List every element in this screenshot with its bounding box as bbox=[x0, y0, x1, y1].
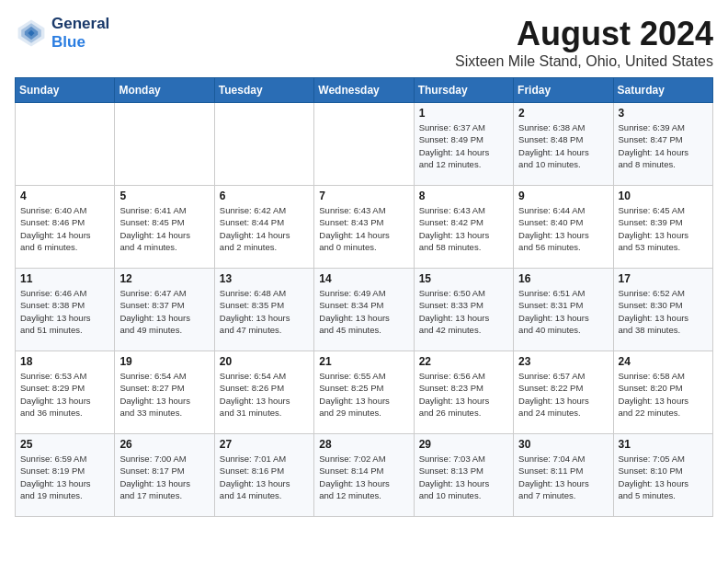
day-info: Sunrise: 6:55 AM Sunset: 8:25 PM Dayligh… bbox=[319, 370, 408, 419]
day-info: Sunrise: 6:49 AM Sunset: 8:34 PM Dayligh… bbox=[319, 287, 408, 336]
calendar-cell: 22Sunrise: 6:56 AM Sunset: 8:23 PM Dayli… bbox=[414, 351, 513, 434]
day-info: Sunrise: 6:40 AM Sunset: 8:46 PM Dayligh… bbox=[20, 204, 109, 253]
calendar-cell: 17Sunrise: 6:52 AM Sunset: 8:30 PM Dayli… bbox=[613, 269, 712, 351]
calendar-cell: 23Sunrise: 6:57 AM Sunset: 8:22 PM Dayli… bbox=[514, 351, 613, 434]
day-info: Sunrise: 6:37 AM Sunset: 8:49 PM Dayligh… bbox=[419, 121, 508, 170]
day-info: Sunrise: 6:46 AM Sunset: 8:38 PM Dayligh… bbox=[20, 287, 109, 336]
calendar-header: SundayMondayTuesdayWednesdayThursdayFrid… bbox=[16, 78, 713, 103]
day-number: 20 bbox=[220, 355, 309, 368]
day-number: 6 bbox=[220, 190, 309, 202]
day-number: 11 bbox=[20, 272, 109, 285]
day-info: Sunrise: 7:00 AM Sunset: 8:17 PM Dayligh… bbox=[119, 453, 209, 501]
day-info: Sunrise: 6:53 AM Sunset: 8:29 PM Dayligh… bbox=[20, 370, 109, 419]
calendar-cell: 7Sunrise: 6:43 AM Sunset: 8:43 PM Daylig… bbox=[314, 186, 414, 269]
month-title: August 2024 bbox=[455, 15, 713, 53]
calendar-cell: 15Sunrise: 6:50 AM Sunset: 8:33 PM Dayli… bbox=[414, 269, 513, 351]
calendar-cell: 19Sunrise: 6:54 AM Sunset: 8:27 PM Dayli… bbox=[115, 351, 214, 434]
calendar-cell: 8Sunrise: 6:43 AM Sunset: 8:42 PM Daylig… bbox=[414, 186, 513, 269]
weekday-header-sunday: Sunday bbox=[16, 78, 115, 103]
title-block: August 2024 Sixteen Mile Stand, Ohio, Un… bbox=[455, 15, 713, 70]
day-info: Sunrise: 6:56 AM Sunset: 8:23 PM Dayligh… bbox=[419, 370, 508, 419]
calendar-cell bbox=[214, 103, 313, 186]
day-info: Sunrise: 6:43 AM Sunset: 8:42 PM Dayligh… bbox=[419, 204, 508, 253]
calendar-cell: 1Sunrise: 6:37 AM Sunset: 8:49 PM Daylig… bbox=[414, 103, 513, 186]
day-info: Sunrise: 6:48 AM Sunset: 8:35 PM Dayligh… bbox=[220, 287, 309, 336]
calendar-cell: 14Sunrise: 6:49 AM Sunset: 8:34 PM Dayli… bbox=[314, 269, 414, 351]
day-number: 24 bbox=[619, 355, 708, 368]
day-number: 29 bbox=[419, 438, 508, 451]
day-number: 19 bbox=[119, 355, 209, 368]
day-number: 12 bbox=[119, 272, 209, 285]
calendar-cell: 20Sunrise: 6:54 AM Sunset: 8:26 PM Dayli… bbox=[214, 351, 313, 434]
logo-icon bbox=[15, 17, 48, 50]
logo: General Blue bbox=[15, 15, 109, 51]
day-info: Sunrise: 6:44 AM Sunset: 8:40 PM Dayligh… bbox=[518, 204, 608, 253]
day-info: Sunrise: 6:50 AM Sunset: 8:33 PM Dayligh… bbox=[419, 287, 508, 336]
calendar-cell: 18Sunrise: 6:53 AM Sunset: 8:29 PM Dayli… bbox=[16, 351, 115, 434]
calendar-table: SundayMondayTuesdayWednesdayThursdayFrid… bbox=[15, 77, 713, 517]
day-number: 14 bbox=[319, 272, 408, 285]
weekday-header-thursday: Thursday bbox=[414, 78, 513, 103]
day-info: Sunrise: 6:38 AM Sunset: 8:48 PM Dayligh… bbox=[518, 121, 608, 170]
day-info: Sunrise: 6:54 AM Sunset: 8:27 PM Dayligh… bbox=[119, 370, 209, 419]
calendar-cell: 29Sunrise: 7:03 AM Sunset: 8:13 PM Dayli… bbox=[414, 434, 513, 517]
calendar-week-4: 18Sunrise: 6:53 AM Sunset: 8:29 PM Dayli… bbox=[16, 351, 713, 434]
calendar-cell: 12Sunrise: 6:47 AM Sunset: 8:37 PM Dayli… bbox=[115, 269, 214, 351]
calendar-cell: 31Sunrise: 7:05 AM Sunset: 8:10 PM Dayli… bbox=[613, 434, 712, 517]
calendar-cell: 30Sunrise: 7:04 AM Sunset: 8:11 PM Dayli… bbox=[514, 434, 613, 517]
calendar-cell: 3Sunrise: 6:39 AM Sunset: 8:47 PM Daylig… bbox=[613, 103, 712, 186]
day-info: Sunrise: 6:47 AM Sunset: 8:37 PM Dayligh… bbox=[119, 287, 209, 336]
day-number: 15 bbox=[419, 272, 508, 285]
day-info: Sunrise: 6:39 AM Sunset: 8:47 PM Dayligh… bbox=[619, 121, 708, 170]
calendar-cell bbox=[115, 103, 214, 186]
day-number: 31 bbox=[619, 438, 708, 451]
weekday-header-tuesday: Tuesday bbox=[214, 78, 313, 103]
day-number: 23 bbox=[518, 355, 608, 368]
calendar-cell: 2Sunrise: 6:38 AM Sunset: 8:48 PM Daylig… bbox=[514, 103, 613, 186]
day-info: Sunrise: 6:59 AM Sunset: 8:19 PM Dayligh… bbox=[20, 453, 109, 501]
weekday-header-wednesday: Wednesday bbox=[314, 78, 414, 103]
calendar-cell bbox=[314, 103, 414, 186]
calendar-cell: 25Sunrise: 6:59 AM Sunset: 8:19 PM Dayli… bbox=[16, 434, 115, 517]
day-info: Sunrise: 7:04 AM Sunset: 8:11 PM Dayligh… bbox=[518, 453, 608, 501]
day-number: 5 bbox=[119, 190, 209, 202]
day-info: Sunrise: 6:58 AM Sunset: 8:20 PM Dayligh… bbox=[619, 370, 708, 419]
day-info: Sunrise: 6:54 AM Sunset: 8:26 PM Dayligh… bbox=[220, 370, 309, 419]
calendar-cell: 24Sunrise: 6:58 AM Sunset: 8:20 PM Dayli… bbox=[613, 351, 712, 434]
day-info: Sunrise: 6:57 AM Sunset: 8:22 PM Dayligh… bbox=[518, 370, 608, 419]
calendar-body: 1Sunrise: 6:37 AM Sunset: 8:49 PM Daylig… bbox=[16, 103, 713, 517]
calendar-week-2: 4Sunrise: 6:40 AM Sunset: 8:46 PM Daylig… bbox=[16, 186, 713, 269]
calendar-cell: 4Sunrise: 6:40 AM Sunset: 8:46 PM Daylig… bbox=[16, 186, 115, 269]
day-number: 4 bbox=[20, 190, 109, 202]
calendar-cell: 26Sunrise: 7:00 AM Sunset: 8:17 PM Dayli… bbox=[115, 434, 214, 517]
calendar-cell: 13Sunrise: 6:48 AM Sunset: 8:35 PM Dayli… bbox=[214, 269, 313, 351]
weekday-header-monday: Monday bbox=[115, 78, 214, 103]
page-header: General Blue August 2024 Sixteen Mile St… bbox=[15, 15, 713, 70]
day-number: 9 bbox=[518, 190, 608, 202]
calendar-week-5: 25Sunrise: 6:59 AM Sunset: 8:19 PM Dayli… bbox=[16, 434, 713, 517]
day-number: 25 bbox=[20, 438, 109, 451]
weekday-header-row: SundayMondayTuesdayWednesdayThursdayFrid… bbox=[16, 78, 713, 103]
day-number: 27 bbox=[220, 438, 309, 451]
day-number: 8 bbox=[419, 190, 508, 202]
day-number: 28 bbox=[319, 438, 408, 451]
weekday-header-friday: Friday bbox=[514, 78, 613, 103]
day-info: Sunrise: 6:52 AM Sunset: 8:30 PM Dayligh… bbox=[619, 287, 708, 336]
day-info: Sunrise: 7:01 AM Sunset: 8:16 PM Dayligh… bbox=[220, 453, 309, 501]
calendar-week-3: 11Sunrise: 6:46 AM Sunset: 8:38 PM Dayli… bbox=[16, 269, 713, 351]
day-info: Sunrise: 6:51 AM Sunset: 8:31 PM Dayligh… bbox=[518, 287, 608, 336]
day-number: 13 bbox=[220, 272, 309, 285]
day-info: Sunrise: 7:05 AM Sunset: 8:10 PM Dayligh… bbox=[619, 453, 708, 501]
calendar-cell: 28Sunrise: 7:02 AM Sunset: 8:14 PM Dayli… bbox=[314, 434, 414, 517]
day-number: 3 bbox=[619, 107, 708, 120]
day-number: 26 bbox=[119, 438, 209, 451]
calendar-cell: 5Sunrise: 6:41 AM Sunset: 8:45 PM Daylig… bbox=[115, 186, 214, 269]
location-subtitle: Sixteen Mile Stand, Ohio, United States bbox=[455, 53, 713, 70]
day-number: 21 bbox=[319, 355, 408, 368]
calendar-cell: 9Sunrise: 6:44 AM Sunset: 8:40 PM Daylig… bbox=[514, 186, 613, 269]
calendar-cell: 6Sunrise: 6:42 AM Sunset: 8:44 PM Daylig… bbox=[214, 186, 313, 269]
day-info: Sunrise: 6:45 AM Sunset: 8:39 PM Dayligh… bbox=[619, 204, 708, 253]
day-number: 22 bbox=[419, 355, 508, 368]
day-number: 16 bbox=[518, 272, 608, 285]
day-info: Sunrise: 6:42 AM Sunset: 8:44 PM Dayligh… bbox=[220, 204, 309, 253]
